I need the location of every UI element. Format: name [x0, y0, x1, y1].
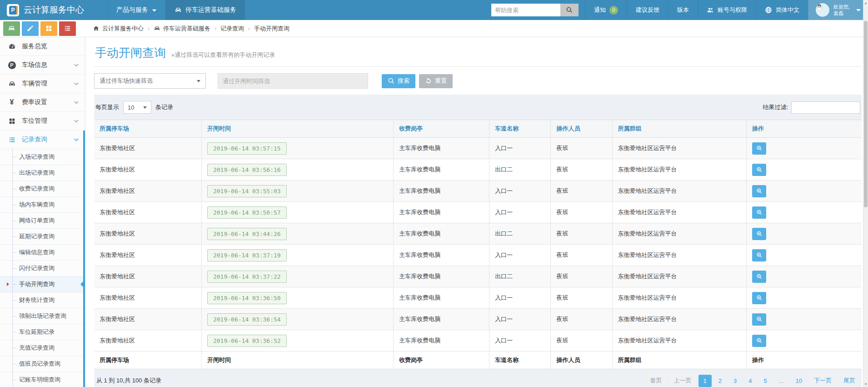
sidebar-subitem-记账车明细查询[interactable]: 记账车明细查询	[0, 372, 85, 387]
yen-icon: ¥	[8, 99, 16, 106]
result-filter-input[interactable]	[791, 101, 860, 114]
sidebar-subitem-车位延期记录[interactable]: 车位延期记录	[0, 324, 85, 340]
view-record-button[interactable]	[752, 292, 766, 304]
pagination-page-2[interactable]: 2	[713, 375, 727, 387]
time-cell: 2019-06-14 03:36:54	[201, 309, 393, 330]
pagination-prev[interactable]: 上一页	[669, 374, 697, 387]
pagination-last[interactable]: 尾页	[838, 374, 860, 387]
view-record-button[interactable]	[752, 249, 766, 261]
sidebar-subitem-label: 车位延期记录	[19, 328, 55, 336]
scrollbar-down-arrow[interactable]: ▼	[863, 381, 868, 387]
pagination-first[interactable]: 首页	[645, 374, 667, 387]
per-page-select[interactable]: 10	[123, 101, 151, 114]
sidebar-subitem-延期记录查询[interactable]: 延期记录查询	[0, 229, 85, 245]
sidebar-item-车场信息[interactable]: P车场信息	[0, 56, 85, 75]
sidebar-subitem-手动开闸查询[interactable]: 手动开闸查询	[0, 276, 85, 292]
sidebar-subitem-label: 充值记录查询	[19, 344, 55, 352]
scrollbar-thumb[interactable]	[864, 21, 868, 207]
view-record-button[interactable]	[752, 164, 766, 176]
view-record-button[interactable]	[752, 228, 766, 240]
brand[interactable]: P 云计算服务中心	[0, 0, 107, 20]
help-search-input[interactable]	[491, 4, 560, 16]
page-subtitle: »通过筛选可以查看所有的手动开闸记录	[171, 51, 275, 59]
chevron-down-icon	[74, 62, 79, 68]
pagination: 首页上一页12345...10下一页尾页	[645, 374, 860, 387]
table-zone: 每页显示 10 条记录 结果过滤: 所属停车场开闸时间收费岗亭车道名称操作人员所…	[94, 95, 862, 387]
sidebar-item-车位管理[interactable]: 车位管理	[0, 112, 85, 131]
breadcrumb-item[interactable]: 手动开闸查询	[254, 25, 289, 33]
open-time-filter-input[interactable]	[218, 73, 368, 89]
pagination-page-4[interactable]: 4	[743, 375, 757, 387]
view-record-button[interactable]	[752, 142, 766, 155]
quick-button[interactable]	[3, 21, 20, 36]
column-header[interactable]: 所属停车场	[94, 120, 201, 138]
breadcrumb-item[interactable]: 停车运营基础服务	[154, 25, 210, 33]
open-time-badge: 2019-06-14 03:36:54	[207, 313, 287, 326]
column-header[interactable]: 操作	[747, 120, 862, 138]
sidebar-item-费率设置[interactable]: ¥费率设置	[0, 93, 85, 112]
search-button[interactable]: 搜索	[382, 74, 415, 88]
operator-cell: 夜班	[551, 330, 612, 352]
view-record-button[interactable]	[752, 313, 766, 326]
view-record-button[interactable]	[752, 335, 766, 347]
pagination-page-1[interactable]: 1	[698, 375, 712, 387]
breadcrumb: 云计算服务中心›停车运营基础服务›记录查询›手动开闸查询	[85, 20, 289, 37]
subheader: 云计算服务中心›停车运营基础服务›记录查询›手动开闸查询	[0, 20, 868, 37]
per-page-prefix: 每页显示	[95, 103, 119, 111]
caret-down-icon	[856, 9, 861, 11]
park-filter-select[interactable]: 通过停车场快速筛选	[94, 73, 206, 89]
scrollbar-up-arrow[interactable]: ▲	[863, 0, 868, 6]
sidebar-subitem-label: 场内车辆查询	[19, 201, 55, 209]
sidebar-item-服务总览[interactable]: 服务总览	[0, 37, 85, 56]
help-search-button[interactable]	[560, 4, 579, 16]
result-filter: 结果过滤:	[763, 101, 860, 114]
sidebar-subitem-财务统计查询[interactable]: 财务统计查询	[0, 292, 85, 308]
open-time-badge: 2019-06-14 03:37:19	[207, 249, 287, 261]
column-header[interactable]: 所属群组	[612, 120, 747, 138]
sidebar-subitem-入场记录查询[interactable]: 入场记录查询	[0, 149, 85, 165]
quick-button[interactable]	[59, 21, 76, 36]
quick-button[interactable]	[40, 21, 57, 36]
sidebar-item-记录查询[interactable]: 记录查询	[0, 131, 85, 149]
quick-button[interactable]	[22, 21, 39, 36]
sidebar-subitem-充值记录查询[interactable]: 充值记录查询	[0, 340, 85, 356]
notifications-item[interactable]: 通知 0	[585, 0, 627, 20]
group-cell: 东衡爱地社区运营平台	[612, 330, 747, 352]
account-permissions-item[interactable]: 账号与权限	[698, 0, 756, 20]
breadcrumb-item[interactable]: 记录查询	[220, 25, 244, 33]
feedback-item[interactable]: 建议反馈	[627, 0, 668, 20]
reset-button[interactable]: 重置	[419, 74, 453, 88]
breadcrumb-item[interactable]: 云计算服务中心	[93, 25, 144, 33]
sidebar-subitem-收费记录查询[interactable]: 收费记录查询	[0, 181, 85, 197]
column-header[interactable]: 收费岗亭	[394, 120, 489, 138]
sidebar-subitem-编辑信息查询[interactable]: 编辑信息查询	[0, 245, 85, 261]
page-scrollbar[interactable]: ▲ ▼	[863, 0, 868, 387]
view-record-button[interactable]	[752, 271, 766, 283]
sidebar-subitem-网络订单查询[interactable]: 网络订单查询	[0, 213, 85, 229]
pagination-page-10[interactable]: 10	[791, 375, 807, 387]
sidebar-subitem-场内车辆查询[interactable]: 场内车辆查询	[0, 197, 85, 213]
sidebar-subitem-出场记录查询[interactable]: 出场记录查询	[0, 165, 85, 181]
sidebar-subitem-强制出场记录查询[interactable]: 强制出场记录查询	[0, 308, 85, 324]
view-record-button[interactable]	[752, 185, 766, 197]
per-page-suffix: 条记录	[155, 103, 173, 111]
view-record-button[interactable]	[752, 206, 766, 219]
pagination-page-3[interactable]: 3	[728, 375, 742, 387]
column-header[interactable]: 车道名称	[489, 120, 551, 138]
sidebar-subitem-值班员记录查询[interactable]: 值班员记录查询	[0, 356, 85, 372]
column-header[interactable]: 操作人员	[551, 120, 612, 138]
pagination-page-5[interactable]: 5	[758, 375, 772, 387]
pagination-next[interactable]: 下一页	[809, 374, 837, 387]
version-item[interactable]: 版本	[668, 0, 698, 20]
sidebar-subitem-闪付记录查询[interactable]: 闪付记录查询	[0, 261, 85, 276]
search-icon	[566, 6, 573, 14]
language-item[interactable]: 简体中文	[756, 0, 808, 20]
sidebar-item-车辆管理[interactable]: 车辆管理	[0, 75, 85, 93]
menu-products[interactable]: 产品与服务	[107, 0, 165, 20]
records-range-info: 从 1 到 10,共 100 条记录	[95, 377, 161, 385]
user-menu[interactable]: 欢迎您,袁磊	[808, 0, 868, 20]
column-header[interactable]: 开闸时间	[201, 120, 393, 138]
menu-parking-service[interactable]: 停车运营基础服务	[165, 0, 245, 20]
park-cell: 东衡爱地社区	[94, 245, 201, 266]
column-footer-label: 开闸时间	[201, 352, 393, 369]
